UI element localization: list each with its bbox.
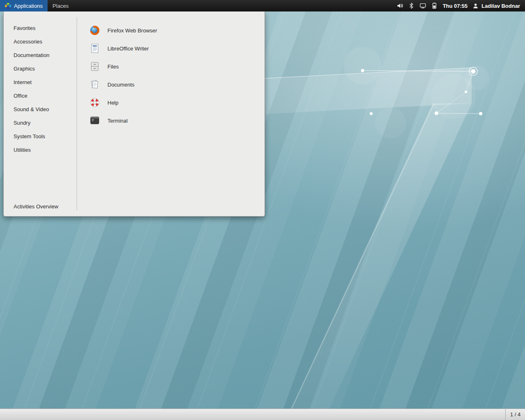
- app-item-terminal[interactable]: Terminal: [77, 112, 262, 130]
- user-menu[interactable]: Ladilav Bodnar: [472, 3, 520, 9]
- app-item-help[interactable]: Help: [77, 94, 262, 112]
- app-item-libreoffice-writer[interactable]: LibreOffice Writer: [77, 39, 262, 57]
- category-office[interactable]: Office: [4, 89, 77, 103]
- applications-menu-panel: Favorites Accessories Documentation Grap…: [3, 11, 265, 217]
- top-bar: Applications Places: [0, 0, 525, 11]
- workspace-indicator[interactable]: 1 / 4: [505, 409, 525, 420]
- category-list: Favorites Accessories Documentation Grap…: [4, 21, 77, 157]
- help-icon: [89, 97, 100, 108]
- display-icon[interactable]: [420, 2, 426, 9]
- app-label: LibreOffice Writer: [107, 46, 149, 52]
- category-system-tools[interactable]: System Tools: [4, 130, 77, 143]
- category-accessories[interactable]: Accessories: [4, 35, 77, 48]
- applications-menu-button[interactable]: Applications: [0, 0, 48, 11]
- system-status-area: Thu 07:55 Ladilav Bodnar: [397, 0, 525, 11]
- terminal-icon: [89, 115, 100, 126]
- category-graphics[interactable]: Graphics: [4, 62, 77, 75]
- app-list: Firefox Web Browser LibreOffice Writer: [77, 21, 262, 130]
- app-label: Firefox Web Browser: [107, 27, 157, 34]
- libreoffice-writer-icon: [89, 43, 100, 54]
- category-utilities[interactable]: Utilities: [4, 143, 77, 157]
- bottom-window-list-bar: 1 / 4: [0, 409, 525, 420]
- applications-menu-label: Applications: [14, 3, 43, 9]
- category-documentation[interactable]: Documentation: [4, 48, 77, 62]
- documents-icon: [89, 79, 100, 90]
- volume-icon[interactable]: [397, 2, 403, 9]
- clock[interactable]: Thu 07:55: [443, 3, 468, 9]
- firefox-icon: [89, 25, 100, 36]
- app-item-firefox[interactable]: Firefox Web Browser: [77, 21, 262, 39]
- bluetooth-icon[interactable]: [408, 2, 415, 9]
- activities-overview-button[interactable]: Activities Overview: [14, 203, 58, 210]
- app-label: Terminal: [107, 118, 128, 124]
- places-menu-label: Places: [52, 3, 68, 9]
- user-icon: [472, 3, 479, 9]
- places-menu-button[interactable]: Places: [48, 0, 73, 11]
- app-item-files[interactable]: Files: [77, 57, 262, 75]
- user-name: Ladilav Bodnar: [482, 3, 520, 9]
- category-favorites[interactable]: Favorites: [4, 21, 77, 35]
- distro-logo-icon: [5, 3, 11, 9]
- category-sundry[interactable]: Sundry: [4, 116, 77, 130]
- battery-icon[interactable]: [431, 2, 438, 9]
- app-label: Help: [107, 100, 119, 106]
- app-label: Documents: [107, 82, 135, 88]
- category-internet[interactable]: Internet: [4, 75, 77, 89]
- app-label: Files: [107, 64, 119, 70]
- category-sound-video[interactable]: Sound & Video: [4, 103, 77, 116]
- app-item-documents[interactable]: Documents: [77, 75, 262, 94]
- files-icon: [89, 61, 100, 72]
